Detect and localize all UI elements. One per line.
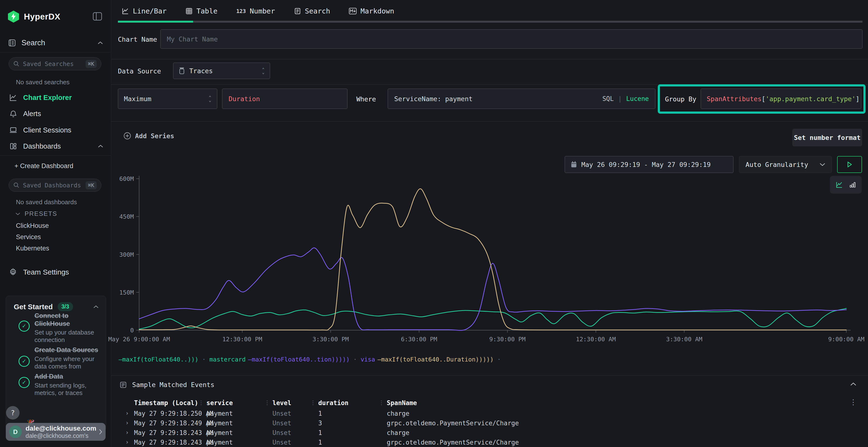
sidebar-item-team-settings[interactable]: Team Settings — [9, 268, 69, 276]
add-series-plus-icon — [123, 132, 131, 140]
cell-spanname: grpc.oteldemo.PaymentService/Charge — [387, 439, 519, 446]
events-collapse-chevron-icon[interactable] — [850, 382, 857, 386]
client-sessions-laptop-icon — [9, 126, 18, 134]
legend-item[interactable]: —maxIf(toFloat640..tion))))) · visa — [248, 356, 375, 363]
tab-label: Number — [250, 7, 275, 15]
legend-dash-icon: — — [119, 356, 122, 363]
legend-item[interactable]: —maxIf(toFloat640..))) · mastercard — [119, 356, 246, 363]
brand[interactable]: HyperDX — [8, 10, 60, 23]
events-panel-title: Sample Matched Events — [132, 381, 214, 388]
group-by-label: Group By — [665, 95, 696, 103]
row-expand-chevron[interactable]: › — [125, 419, 129, 426]
lucene-toggle[interactable]: Lucene — [626, 95, 649, 102]
run-query-button[interactable] — [837, 156, 862, 173]
cell-timestamp[interactable]: May 27 9:29:18.243 AM — [134, 429, 213, 437]
chart-name-label: Chart Name — [118, 36, 157, 43]
get-started-card: Get Started 3/3 ✓ Connect to ClickHouse … — [6, 296, 106, 431]
presets-header[interactable]: PRESETS — [16, 210, 57, 217]
user-menu[interactable]: D dale@clickhouse.com dale@clickhouse.co… — [6, 423, 105, 441]
cell-level: Unset — [273, 439, 291, 446]
cell-service: payment — [207, 410, 233, 417]
tab-search[interactable]: Search — [294, 7, 330, 15]
sidebar-collapse-icon[interactable] — [93, 12, 102, 21]
cell-duration: 1 — [318, 429, 322, 437]
svg-text:300M: 300M — [119, 251, 134, 258]
chevron-up-icon — [98, 145, 103, 148]
field-input[interactable]: Duration — [222, 89, 347, 109]
database-icon — [179, 67, 185, 74]
saved-searches-input[interactable]: Saved Searches ⌘K — [9, 57, 101, 70]
cell-duration: 1 — [318, 439, 322, 446]
granularity-select[interactable]: Auto Granularity — [739, 156, 832, 173]
column-grip-icon[interactable]: ⋮ — [198, 399, 204, 406]
where-input[interactable]: ServiceName: payment SQL | Lucene — [388, 89, 655, 109]
column-grip-icon[interactable]: ⋮ — [378, 399, 384, 406]
preset-kubernetes[interactable]: Kubernetes — [16, 245, 49, 252]
column-header-service[interactable]: service — [207, 399, 233, 407]
sql-toggle[interactable]: SQL — [602, 95, 614, 102]
where-value: ServiceName: payment — [394, 95, 598, 103]
gear-icon — [9, 268, 18, 276]
legend-separator: · — [494, 356, 501, 363]
sidebar-item-client-sessions[interactable]: Client Sessions — [9, 126, 71, 134]
sidebar-item-chart-explorer[interactable]: Chart Explorer — [9, 94, 72, 102]
cell-timestamp[interactable]: May 27 9:29:18.243 AM — [134, 439, 213, 446]
svg-text:450M: 450M — [119, 213, 134, 220]
hyperdx-logo-icon — [8, 10, 19, 23]
get-started-title: Get Started — [14, 303, 53, 311]
column-header-timestamp[interactable]: Timestamp (Local) — [134, 399, 198, 407]
add-series-label: Add Series — [135, 132, 174, 140]
sidebar-section-search[interactable]: Search — [8, 38, 103, 47]
app-root: HyperDX Search Saved Searches ⌘K No save… — [0, 0, 868, 447]
chart-legend[interactable]: —maxIf(toFloat640..))) · mastercard—maxI… — [119, 356, 501, 363]
column-header-duration[interactable]: duration — [318, 399, 348, 407]
aggregation-value: Maximum — [124, 95, 209, 103]
create-dashboard-button[interactable]: + Create Dashboard — [14, 162, 73, 170]
tab-number[interactable]: 123 Number — [236, 7, 275, 15]
sidebar-item-dashboards[interactable]: Dashboards — [9, 142, 103, 150]
chevron-up-icon[interactable] — [93, 305, 99, 308]
group-by-function: SpanAttributes — [707, 95, 762, 103]
tab-table[interactable]: Table — [185, 7, 217, 15]
cell-service: payment — [207, 429, 233, 437]
dashboards-grid-icon — [9, 142, 18, 150]
tab-label: Table — [196, 7, 217, 15]
sidebar-search-label: Search — [22, 38, 92, 47]
brand-title: HyperDX — [24, 12, 60, 22]
chart-canvas[interactable]: 0150M300M450M600MMay 26 9:00:00 AM12:30:… — [118, 173, 863, 356]
events-panel-header[interactable]: Sample Matched Events — [120, 381, 214, 388]
row-expand-chevron[interactable]: › — [125, 410, 129, 417]
saved-dashboards-input[interactable]: Saved Dashboards ⌘K — [9, 179, 101, 192]
legend-item[interactable]: —maxIf(toFloat640..Duration))))) · — [378, 356, 501, 363]
data-source-select[interactable]: Traces ⌃⌄ — [173, 63, 270, 79]
group-by-input[interactable]: SpanAttributes['app.payment.card_type'] — [701, 89, 861, 109]
calendar-icon — [571, 161, 577, 168]
cell-timestamp[interactable]: May 27 9:29:18.250 AM — [134, 410, 213, 417]
avatar-initial: D — [13, 428, 18, 436]
row-expand-chevron[interactable]: › — [125, 439, 129, 446]
preset-clickhouse[interactable]: ClickHouse — [16, 222, 49, 230]
cell-spanname: charge — [387, 410, 409, 417]
cell-timestamp[interactable]: May 27 9:29:18.249 AM — [134, 419, 213, 427]
cell-level: Unset — [273, 410, 291, 417]
aggregation-select[interactable]: Maximum ⌃⌄ — [118, 89, 217, 109]
check-icon: ✓ — [19, 377, 30, 388]
column-grip-icon[interactable]: ⋮ — [310, 399, 316, 406]
date-range-input[interactable]: May 26 09:29:19 - May 27 09:29:19 — [565, 156, 734, 173]
column-header-level[interactable]: level — [273, 399, 291, 407]
kebab-icon[interactable]: ⋮ — [850, 398, 857, 406]
field-value: Duration — [228, 95, 260, 103]
preset-services[interactable]: Services — [16, 233, 41, 241]
set-number-format-button[interactable]: Set number format — [793, 129, 862, 146]
sidebar-item-alerts[interactable]: Alerts — [9, 110, 41, 118]
row-expand-chevron[interactable]: › — [125, 429, 129, 436]
svg-text:12:30:00 AM: 12:30:00 AM — [576, 336, 616, 343]
svg-text:9:30:00 PM: 9:30:00 PM — [489, 336, 526, 343]
add-series-button[interactable]: Add Series — [123, 132, 174, 140]
tab-markdown[interactable]: Markdown — [349, 7, 394, 15]
tab-line-bar[interactable]: Line/Bar — [122, 7, 166, 15]
chart-name-input[interactable]: My Chart Name — [160, 29, 863, 49]
help-icon[interactable]: ? — [6, 406, 20, 419]
column-header-spanname[interactable]: SpanName — [387, 399, 417, 407]
column-grip-icon[interactable]: ⋮ — [264, 399, 270, 406]
